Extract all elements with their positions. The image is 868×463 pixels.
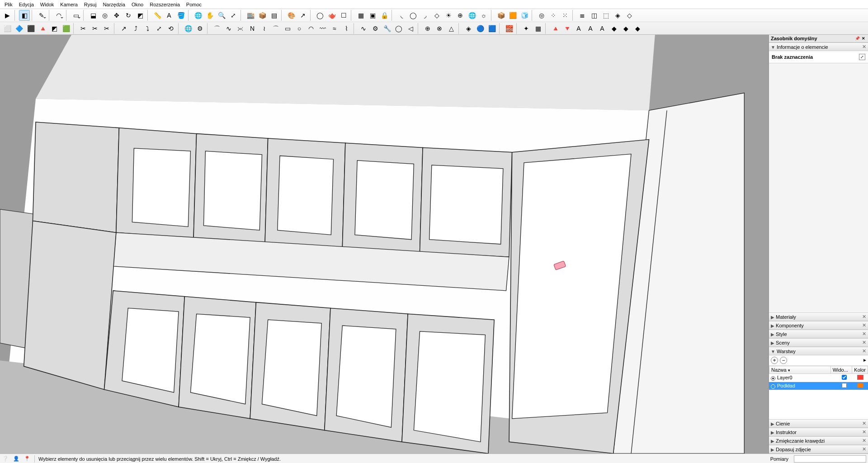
tray-pin-icon[interactable]: 📌 [854, 36, 860, 41]
tool-e1-icon[interactable]: ⊕ [422, 23, 433, 34]
tool-layer5-icon[interactable]: ◇ [624, 10, 635, 21]
tool-move-icon[interactable]: ✥ [111, 10, 122, 21]
tool-pushpull-icon[interactable]: ⬓ [88, 10, 99, 21]
tool-zoom-icon[interactable]: 🔍 [216, 10, 227, 21]
layer-visible-checkbox[interactable] [842, 375, 847, 380]
tool-c11-icon[interactable]: ≈ [329, 23, 340, 34]
menu-narzedzia[interactable]: Narzędzia [100, 1, 128, 8]
tool-scale-icon[interactable]: ◩ [135, 10, 146, 21]
tool-d1-icon[interactable]: ∿ [358, 23, 369, 34]
layer-remove-button[interactable]: − [780, 357, 787, 364]
panel-sceny-header[interactable]: ▶ Sceny✕ [769, 338, 868, 347]
panel-close-icon[interactable]: ✕ [862, 420, 866, 426]
menu-kamera[interactable]: Kamera [57, 1, 80, 8]
tool-c7-icon[interactable]: ▭ [282, 23, 293, 34]
tool-box-a-icon[interactable]: 📦 [495, 10, 506, 21]
tool-cube6-icon[interactable]: 🟩 [61, 23, 71, 34]
tool-f3-icon[interactable]: 🟦 [486, 23, 497, 34]
tool-e2-icon[interactable]: ⊗ [434, 23, 445, 34]
tool-teapot-icon[interactable]: 🫖 [326, 10, 337, 21]
layer-visible-checkbox[interactable] [842, 383, 847, 388]
panel-dopasuj-zdjęcie-header[interactable]: ▶ Dopasuj zdjęcie✕ [769, 445, 868, 454]
tool-layer1-icon[interactable]: ≣ [577, 10, 588, 21]
tool-pan-icon[interactable]: ✋ [204, 10, 215, 21]
tool-c6-icon[interactable]: ⌒ [270, 23, 281, 34]
tool-curve2-icon[interactable]: ◯ [408, 10, 419, 21]
user-icon[interactable]: 👤 [13, 455, 20, 463]
tool-palette-icon[interactable]: 🎨 [286, 10, 297, 21]
tool-d2-icon[interactable]: ⚙ [370, 23, 381, 34]
tool-g1-icon[interactable]: ✦ [521, 23, 532, 34]
tool-curve4-icon[interactable]: ◇ [431, 10, 442, 21]
layer-color-swatch[interactable] [857, 383, 863, 388]
tool-mv3-icon[interactable]: ⤵ [142, 23, 153, 34]
tool-h1-icon[interactable]: 🔺 [550, 23, 561, 34]
help-icon[interactable]: ❔ [2, 455, 9, 463]
tool-bright-icon[interactable]: ☼ [478, 10, 489, 21]
tool-g2-icon[interactable]: ▦ [533, 23, 543, 34]
tool-eraser-icon[interactable]: ◧ [19, 10, 30, 21]
panel-komponenty-header[interactable]: ▶ Komponenty✕ [769, 321, 868, 330]
tool-mv1-icon[interactable]: ↗ [118, 23, 129, 34]
tool-picker-icon[interactable]: ↗ [297, 10, 308, 21]
menu-edycja[interactable]: Edycja [16, 1, 37, 8]
panel-layers-header[interactable]: ▼ Warstwy ✕ [769, 347, 868, 355]
panel-close-icon[interactable]: ✕ [862, 348, 866, 354]
tool-d5-icon[interactable]: ◁ [405, 23, 416, 34]
tool-h5-icon[interactable]: A [597, 23, 608, 34]
layer-row[interactable]: Layer0 [769, 374, 868, 382]
tool-zoom-ext-icon[interactable]: ⤢ [228, 10, 239, 21]
tool-line-icon[interactable]: ✎ [36, 10, 47, 21]
tool-circle1-icon[interactable]: ◯ [315, 10, 326, 21]
panel-close-icon[interactable]: ✕ [862, 322, 866, 328]
panel-zmiękczanie-krawędzi-header[interactable]: ▶ Zmiękczanie krawędzi✕ [769, 436, 868, 445]
tool-grp-a-icon[interactable]: ▦ [355, 10, 366, 21]
tool-ed1-icon[interactable]: ✂ [78, 23, 89, 34]
layer-row[interactable]: Podkład [769, 382, 868, 390]
tool-ed3-icon[interactable]: ✂ [101, 23, 112, 34]
tool-f2-icon[interactable]: 🔵 [475, 23, 486, 34]
tool-f1-icon[interactable]: ◈ [463, 23, 474, 34]
tool-box-b-icon[interactable]: 🟧 [507, 10, 518, 21]
tool-sun-icon[interactable]: ☀ [443, 10, 454, 21]
tool-box-c-icon[interactable]: 🧊 [519, 10, 530, 21]
tool-dots2-icon[interactable]: ⁙ [560, 10, 571, 21]
tool-layer2-icon[interactable]: ◫ [589, 10, 599, 21]
tool-lock-icon[interactable]: 🔒 [379, 10, 390, 21]
tool-globe2-icon[interactable]: 🌐 [183, 23, 193, 34]
tool-globe-icon[interactable]: 🌐 [467, 10, 477, 21]
menu-okno[interactable]: Okno [129, 1, 146, 8]
tool-h7-icon[interactable]: ◆ [620, 23, 631, 34]
tool-gear-icon[interactable]: ⚙ [194, 23, 205, 34]
tool-text-icon[interactable]: A [164, 10, 175, 21]
tool-paint-icon[interactable]: 🪣 [175, 10, 186, 21]
panel-entity-info-header[interactable]: ▼ Informacje o elemencie ✕ [769, 43, 868, 51]
layers-col-color[interactable]: Kolor [852, 366, 868, 374]
tool-tape-icon[interactable]: 📏 [152, 10, 163, 21]
tool-h2-icon[interactable]: 🔻 [561, 23, 572, 34]
tool-brick-icon[interactable]: 🧱 [504, 23, 514, 34]
tool-curve1-icon[interactable]: ◟ [396, 10, 407, 21]
tool-c4-icon[interactable]: N [247, 23, 258, 34]
tool-rotate-icon[interactable]: ↻ [123, 10, 134, 21]
tool-target-icon[interactable]: ◎ [536, 10, 547, 21]
menu-rysuj[interactable]: Rysuj [81, 1, 99, 8]
layer-color-swatch[interactable] [857, 375, 863, 380]
tool-c3-icon[interactable]: ⩙ [235, 23, 246, 34]
tool-h6-icon[interactable]: ◆ [609, 23, 619, 34]
tool-cube4-icon[interactable]: 🔺 [37, 23, 48, 34]
viewport-3d[interactable] [0, 35, 769, 454]
panel-close-icon[interactable]: ✕ [862, 44, 866, 50]
tool-c2-icon[interactable]: ∿ [223, 23, 234, 34]
panel-materiały-header[interactable]: ▶ Materiały✕ [769, 312, 868, 321]
tool-ext-wh-icon[interactable]: 📦 [257, 10, 268, 21]
tool-grp-b-icon[interactable]: ▣ [367, 10, 378, 21]
tool-mv2-icon[interactable]: ⤴ [130, 23, 141, 34]
tray-close-icon[interactable]: ✕ [861, 36, 866, 41]
tool-dots1-icon[interactable]: ⁘ [548, 10, 559, 21]
tool-c12-icon[interactable]: ⌇ [341, 23, 352, 34]
tool-h3-icon[interactable]: A [573, 23, 584, 34]
tool-e3-icon[interactable]: △ [446, 23, 457, 34]
tool-warehouse-icon[interactable]: 🏬 [245, 10, 256, 21]
layers-col-visible[interactable]: Wido... [830, 366, 852, 374]
